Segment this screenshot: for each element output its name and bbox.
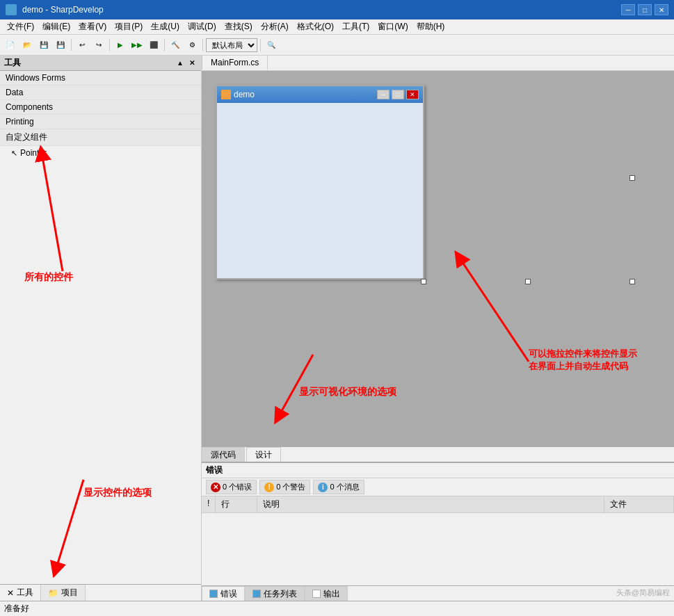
main-layout: 工具 ▲ ✕ Windows Forms Data Components Pri…	[0, 56, 674, 601]
menu-analyze[interactable]: 分析(A)	[257, 19, 293, 34]
form-maximize-btn[interactable]: □	[392, 90, 404, 99]
col-bang: !	[202, 496, 216, 512]
errors-panel: 错误 ✕ 0 个错误 ! 0 个警告 i 0 个消息 !	[202, 462, 674, 601]
toolbar-sep2	[109, 39, 110, 51]
form-body[interactable]	[217, 103, 423, 278]
menu-build[interactable]: 生成(U)	[147, 19, 184, 34]
editor-tab-mainform[interactable]: MainForm.cs	[202, 55, 268, 70]
toolbar-run2[interactable]: ▶▶	[129, 38, 145, 53]
toolbox-tab-tool-label: 工具	[17, 587, 33, 599]
menu-search[interactable]: 查找(S)	[220, 19, 257, 34]
error-tab-warnings[interactable]: ! 0 个警告	[259, 480, 310, 494]
toolbox-category-winforms[interactable]: Windows Forms	[0, 71, 201, 86]
editor-tabs: MainForm.cs	[202, 56, 674, 71]
designer-area[interactable]: demo ─ □ ✕	[202, 71, 674, 446]
toolbox-tab-project[interactable]: 📁 项目	[41, 585, 86, 601]
footer-tab-output-label: 输出	[323, 588, 340, 600]
tool-icon: ✕	[7, 588, 14, 598]
toolbox-pin-btn[interactable]: ▲	[175, 59, 186, 67]
error-table-header: ! 行 说明 文件	[202, 496, 674, 513]
layout-dropdown[interactable]: 默认布局	[206, 38, 257, 52]
footer-tab-tasklist-label: 任务列表	[264, 588, 297, 600]
info-icon: i	[318, 483, 328, 492]
toolbar-sep3	[164, 39, 165, 51]
handle-mr	[629, 175, 635, 181]
minimize-btn[interactable]: ─	[621, 4, 635, 15]
toolbar-save-all[interactable]: 💾	[53, 38, 68, 53]
form-window-controls: ─ □ ✕	[377, 90, 419, 99]
toolbox-panel: 工具 ▲ ✕ Windows Forms Data Components Pri…	[0, 56, 202, 601]
toolbox-bottom-tabs: ✕ 工具 📁 项目	[0, 584, 201, 601]
toolbar-new[interactable]: 📄	[3, 38, 18, 53]
toolbox-item-pointer[interactable]: ↖ Pointer	[0, 146, 201, 161]
toolbox-header: 工具 ▲ ✕	[0, 56, 201, 71]
toolbar-stop[interactable]: ⬛	[146, 38, 161, 53]
menu-tools[interactable]: 工具(T)	[338, 19, 374, 34]
form-icon	[221, 90, 231, 99]
toolbox-tab-project-label: 项目	[61, 587, 78, 599]
menu-window[interactable]: 窗口(W)	[374, 19, 412, 34]
handle-bl	[421, 279, 426, 284]
error-tab-warnings-label: 0 个警告	[276, 482, 305, 492]
error-tab-messages[interactable]: i 0 个消息	[313, 480, 364, 494]
toolbar-sep5	[260, 39, 261, 51]
toolbar-save[interactable]: 💾	[36, 38, 51, 53]
menu-format[interactable]: 格式化(O)	[293, 19, 338, 34]
footer-output-checkbox	[312, 590, 321, 598]
pointer-icon: ↖	[11, 149, 17, 158]
menu-help[interactable]: 帮助(H)	[412, 19, 449, 34]
right-panel: MainForm.cs demo ─ □ ✕	[202, 56, 674, 601]
footer-errors-checkbox	[209, 590, 218, 598]
status-text: 准备好	[4, 603, 29, 615]
toolbar-open[interactable]: 📂	[19, 38, 35, 53]
toolbar-run[interactable]: ▶	[113, 38, 128, 53]
toolbar-undo[interactable]: ↩	[74, 38, 90, 53]
warning-icon: !	[264, 483, 274, 492]
footer-tab-tasklist[interactable]: 任务列表	[245, 586, 305, 601]
form-titlebar: demo ─ □ ✕	[217, 86, 423, 103]
toolbar-build2[interactable]: ⚙	[184, 38, 200, 53]
menu-project[interactable]: 项目(P)	[111, 19, 147, 34]
footer-tab-errors[interactable]: 错误	[202, 586, 245, 601]
error-icon: ✕	[211, 483, 220, 492]
menu-edit[interactable]: 编辑(E)	[38, 19, 74, 34]
col-file: 文件	[604, 496, 674, 512]
col-row: 行	[216, 496, 257, 512]
errors-title-text: 错误	[206, 464, 223, 476]
toolbox-title: 工具	[4, 57, 21, 69]
project-icon: 📁	[48, 588, 58, 598]
form-close-btn[interactable]: ✕	[406, 90, 419, 99]
toolbox-close-btn[interactable]: ✕	[187, 59, 197, 67]
toolbox-category-printing[interactable]: Printing	[0, 115, 201, 129]
form-minimize-btn[interactable]: ─	[377, 90, 390, 99]
title-bar-text: demo - SharpDevelop	[22, 5, 104, 15]
toolbox-item-pointer-label: Pointer	[20, 148, 47, 158]
toolbox-category-components[interactable]: Components	[0, 100, 201, 115]
toolbox-category-custom[interactable]: 自定义组件	[0, 129, 201, 146]
menu-debug[interactable]: 调试(D)	[184, 19, 220, 34]
form-window[interactable]: demo ─ □ ✕	[216, 85, 424, 279]
source-tab-code[interactable]: 源代码	[202, 447, 245, 462]
toolbox-category-data[interactable]: Data	[0, 86, 201, 100]
toolbar-search[interactable]: 🔍	[264, 38, 279, 53]
error-tab-errors[interactable]: ✕ 0 个错误	[206, 480, 257, 494]
handle-br	[629, 279, 635, 284]
toolbar-build[interactable]: 🔨	[168, 38, 183, 53]
toolbox-tab-tool[interactable]: ✕ 工具	[0, 585, 41, 601]
close-btn[interactable]: ✕	[655, 4, 668, 15]
menu-view[interactable]: 查看(V)	[74, 19, 111, 34]
error-table: ! 行 说明 文件	[202, 496, 674, 585]
menu-bar: 文件(F) 编辑(E) 查看(V) 项目(P) 生成(U) 调试(D) 查找(S…	[0, 19, 674, 35]
errors-title: 错误	[202, 463, 674, 478]
maximize-btn[interactable]: □	[638, 4, 652, 15]
footer-tab-errors-label: 错误	[220, 588, 237, 600]
toolbar: 📄 📂 💾 💾 ↩ ↪ ▶ ▶▶ ⬛ 🔨 ⚙ 默认布局 🔍	[0, 35, 674, 56]
toolbox-items: Windows Forms Data Components Printing 自…	[0, 71, 201, 584]
footer-tab-output[interactable]: 输出	[305, 586, 348, 601]
col-desc: 说明	[257, 496, 604, 512]
menu-file[interactable]: 文件(F)	[3, 19, 38, 34]
handle-bm	[525, 279, 531, 284]
toolbar-redo[interactable]: ↪	[91, 38, 106, 53]
source-tab-design[interactable]: 设计	[246, 447, 281, 462]
toolbox-controls: ▲ ✕	[175, 59, 197, 67]
